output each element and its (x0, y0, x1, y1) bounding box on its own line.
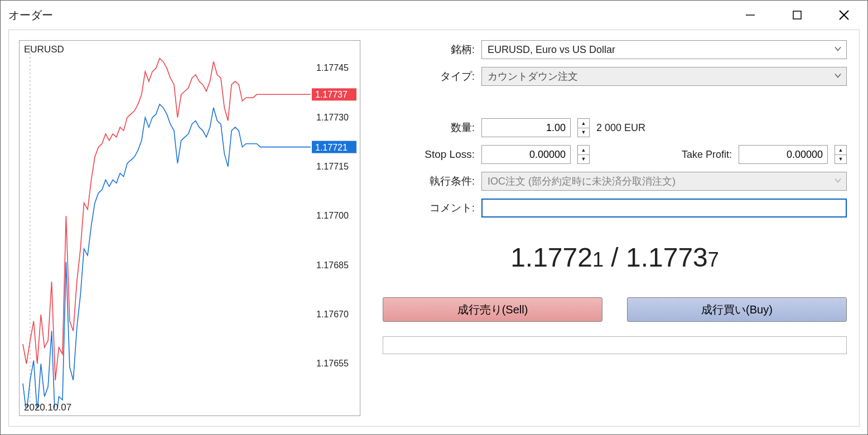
volume-stepper[interactable]: ▲▼ (577, 118, 590, 137)
svg-text:1.17730: 1.17730 (316, 113, 349, 122)
comment-row: コメント: (383, 199, 847, 218)
fill-value: IOC注文 (部分約定時に未決済分取消注文) (488, 175, 676, 188)
maximize-button[interactable] (774, 1, 821, 30)
quote-sep: / (604, 243, 626, 272)
volume-row: 数量: ▲▼ 2 000 EUR (383, 118, 847, 137)
take-profit-stepper[interactable]: ▲▼ (835, 145, 847, 164)
volume-label: 数量: (383, 120, 475, 135)
window-title: オーダー (8, 8, 727, 23)
svg-text:1.17737: 1.17737 (315, 90, 348, 99)
symbol-select[interactable]: EURUSD, Euro vs US Dollar (481, 40, 847, 59)
stop-loss-stepper[interactable]: ▲▼ (577, 145, 590, 164)
ask-main: 1.1773 (626, 243, 708, 272)
sell-button[interactable]: 成行売り(Sell) (383, 297, 602, 322)
minimize-button[interactable] (727, 1, 774, 30)
sl-tp-row: Stop Loss: ▲▼ Take Profit: ▲▼ (383, 145, 847, 164)
buy-button[interactable]: 成行買い(Buy) (627, 297, 847, 322)
svg-text:1.17721: 1.17721 (315, 143, 348, 152)
svg-text:1.17670: 1.17670 (316, 310, 349, 319)
svg-text:1.17685: 1.17685 (316, 260, 349, 270)
svg-text:1.17700: 1.17700 (316, 211, 349, 220)
status-bar (383, 336, 847, 354)
type-label: タイプ: (383, 69, 475, 84)
chart-canvas: 1.177451.177301.177151.177001.176851.176… (20, 41, 360, 408)
svg-text:1.17655: 1.17655 (316, 359, 349, 368)
titlebar: オーダー (1, 1, 867, 30)
svg-rect-1 (793, 11, 801, 19)
client-area: EURUSD 1.177451.177301.177151.177001.176… (8, 30, 860, 427)
stop-loss-input[interactable] (481, 145, 571, 164)
volume-units: 2 000 EUR (596, 122, 645, 134)
fill-label: 執行条件: (383, 174, 475, 188)
bid-ask-quote: 1.17721 / 1.17737 (383, 242, 847, 273)
maximize-icon (791, 9, 803, 21)
chevron-down-icon (834, 176, 842, 187)
window-controls (727, 1, 867, 30)
take-profit-input[interactable] (739, 145, 828, 164)
sl-label: Stop Loss: (383, 148, 475, 161)
volume-input[interactable] (481, 118, 571, 137)
tick-chart: EURUSD 1.177451.177301.177151.177001.176… (19, 40, 360, 416)
minimize-icon (744, 9, 756, 21)
order-window: オーダー EURUSD 1.177451.177301.177151.17700… (0, 0, 868, 435)
symbol-value: EURUSD, Euro vs US Dollar (488, 44, 615, 56)
comment-input[interactable] (481, 199, 847, 218)
type-select[interactable]: カウントダウン注文 (481, 67, 847, 86)
ask-last: 7 (708, 248, 719, 271)
svg-text:1.17715: 1.17715 (316, 162, 349, 171)
tp-label: Take Profit: (682, 149, 732, 161)
chevron-down-icon (834, 44, 842, 56)
svg-text:1.17745: 1.17745 (316, 63, 349, 72)
fill-policy-select: IOC注文 (部分約定時に未決済分取消注文) (481, 172, 847, 191)
type-value: カウントダウン注文 (488, 70, 578, 83)
order-buttons: 成行売り(Sell) 成行買い(Buy) (383, 297, 847, 322)
comment-label: コメント: (383, 201, 475, 215)
symbol-row: 銘柄: EURUSD, Euro vs US Dollar (383, 40, 847, 59)
close-button[interactable] (821, 1, 867, 30)
order-form: 銘柄: EURUSD, Euro vs US Dollar タイプ: カウントダ… (383, 40, 849, 416)
fill-row: 執行条件: IOC注文 (部分約定時に未決済分取消注文) (383, 172, 847, 191)
type-row: タイプ: カウントダウン注文 (383, 67, 847, 86)
close-icon (837, 8, 851, 22)
chart-date-label: 2020.10.07 (24, 402, 71, 413)
bid-main: 1.1772 (510, 243, 592, 272)
symbol-label: 銘柄: (383, 42, 475, 57)
bid-last: 1 (592, 248, 604, 271)
chevron-down-icon (834, 71, 842, 83)
